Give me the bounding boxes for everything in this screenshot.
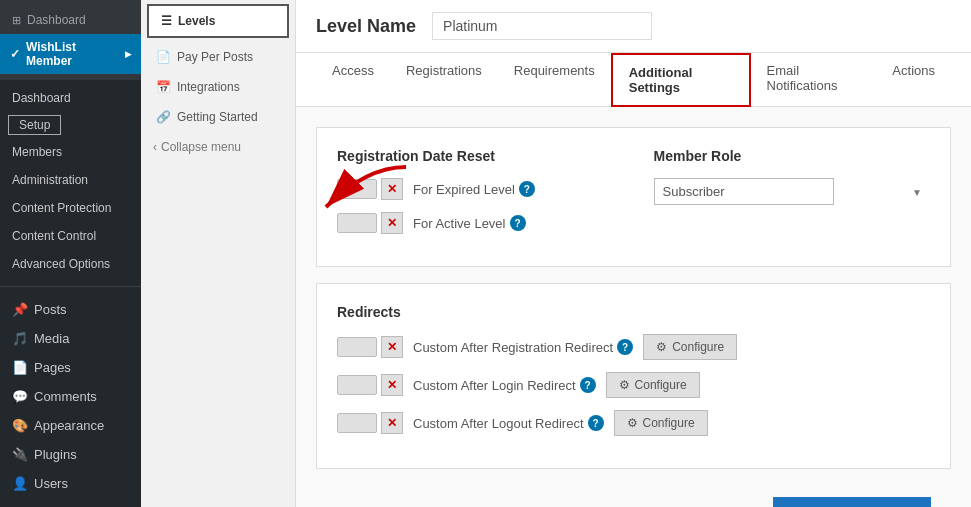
logout-redirect-help-icon[interactable]: ? xyxy=(588,415,604,431)
reg-redirect-toggle-x[interactable]: ✕ xyxy=(381,336,403,358)
pay-per-posts-icon: 📄 xyxy=(156,50,171,64)
sub-sidebar-item-integrations[interactable]: 📅 Integrations xyxy=(141,72,295,102)
sub-sidebar-item-levels[interactable]: ☰ Levels xyxy=(147,4,289,38)
main-body: Registration Date Reset ✕ For Expired Le… xyxy=(296,107,971,507)
logout-redirect-toggle-x[interactable]: ✕ xyxy=(381,412,403,434)
plugins-icon: 🔌 xyxy=(12,447,28,462)
tab-actions[interactable]: Actions xyxy=(876,53,951,107)
login-redirect-help-icon[interactable]: ? xyxy=(580,377,596,393)
registration-redirect-row: ✕ Custom After Registration Redirect ? ⚙… xyxy=(337,334,930,360)
expired-toggle-x[interactable]: ✕ xyxy=(381,178,403,200)
reg-redirect-help-icon[interactable]: ? xyxy=(617,339,633,355)
levels-icon: ☰ xyxy=(161,14,172,28)
main-header: Level Name xyxy=(296,0,971,53)
bottom-bar: ☰ Return to Levels xyxy=(316,485,951,507)
member-role-select-wrapper: Subscriber Editor Author Contributor Adm… xyxy=(654,178,931,205)
sidebar-item-advanced-options[interactable]: Advanced Options xyxy=(0,250,141,278)
redirects-section: Redirects ✕ Custom After Registration Re… xyxy=(316,283,951,469)
comments-icon: 💬 xyxy=(12,389,28,404)
login-redirect-toggle-container: ✕ xyxy=(337,374,403,396)
logout-redirect-label: Custom After Logout Redirect ? xyxy=(413,415,604,431)
logout-redirect-toggle-container: ✕ xyxy=(337,412,403,434)
configure-gear-icon-2: ⚙ xyxy=(619,378,630,392)
sidebar-item-comments[interactable]: 💬 Comments xyxy=(0,382,141,411)
sidebar-item-dashboard-top[interactable]: ⊞ Dashboard xyxy=(0,6,141,34)
users-icon: 👤 xyxy=(12,476,28,491)
active-help-icon[interactable]: ? xyxy=(510,215,526,231)
pages-icon: 📄 xyxy=(12,360,28,375)
collapse-menu[interactable]: ‹ Collapse menu xyxy=(141,132,295,162)
sidebar-item-dashboard[interactable]: Dashboard xyxy=(0,84,141,112)
posts-icon: 📌 xyxy=(12,302,28,317)
reg-redirect-toggle-container: ✕ xyxy=(337,336,403,358)
configure-gear-icon-3: ⚙ xyxy=(627,416,638,430)
expired-toggle[interactable] xyxy=(337,179,377,199)
sidebar-item-content-control[interactable]: Content Control xyxy=(0,222,141,250)
sub-sidebar-item-getting-started[interactable]: 🔗 Getting Started xyxy=(141,102,295,132)
expired-level-row: ✕ For Expired Level ? xyxy=(337,178,614,200)
member-role-col: Member Role Subscriber Editor Author Con… xyxy=(654,148,931,246)
chevron-left-icon: ‹ xyxy=(153,140,157,154)
member-role-title: Member Role xyxy=(654,148,931,164)
login-redirect-configure-btn[interactable]: ⚙ Configure xyxy=(606,372,700,398)
appearance-icon: 🎨 xyxy=(12,418,28,433)
tab-additional-settings[interactable]: Additional Settings xyxy=(611,53,751,107)
expired-help-icon[interactable]: ? xyxy=(519,181,535,197)
plugin-header: ✓ WishList Member ▸ xyxy=(0,34,141,74)
sidebar-item-pages[interactable]: 📄 Pages xyxy=(0,353,141,382)
sidebar-item-users[interactable]: 👤 Users xyxy=(0,469,141,498)
registration-col: Registration Date Reset ✕ For Expired Le… xyxy=(337,148,614,246)
active-toggle-container: ✕ xyxy=(337,212,403,234)
active-toggle[interactable] xyxy=(337,213,377,233)
sidebar-item-content-protection[interactable]: Content Protection xyxy=(0,194,141,222)
redirects-title: Redirects xyxy=(337,304,930,320)
main-content: Level Name Access Registrations Requirem… xyxy=(296,0,971,507)
registration-section: Registration Date Reset ✕ For Expired Le… xyxy=(316,127,951,267)
sub-sidebar: ☰ Levels 📄 Pay Per Posts 📅 Integrations … xyxy=(141,0,296,507)
active-level-row: ✕ For Active Level ? xyxy=(337,212,614,234)
expired-label: For Expired Level ? xyxy=(413,181,535,197)
sidebar-item-appearance[interactable]: 🎨 Appearance xyxy=(0,411,141,440)
main-sidebar: ⊞ Dashboard ✓ WishList Member ▸ Dashboar… xyxy=(0,0,141,507)
reg-redirect-label: Custom After Registration Redirect ? xyxy=(413,339,633,355)
registration-title: Registration Date Reset xyxy=(337,148,614,164)
media-icon: 🎵 xyxy=(12,331,28,346)
active-label: For Active Level ? xyxy=(413,215,526,231)
sub-sidebar-item-pay-per-posts[interactable]: 📄 Pay Per Posts xyxy=(141,42,295,72)
check-icon: ✓ xyxy=(10,47,20,61)
sidebar-item-members[interactable]: Members xyxy=(0,138,141,166)
login-redirect-label: Custom After Login Redirect ? xyxy=(413,377,596,393)
logout-redirect-toggle[interactable] xyxy=(337,413,377,433)
member-role-select[interactable]: Subscriber Editor Author Contributor Adm… xyxy=(654,178,834,205)
setup-bordered-item[interactable]: Setup xyxy=(8,115,61,135)
tab-registrations[interactable]: Registrations xyxy=(390,53,498,107)
reg-redirect-toggle[interactable] xyxy=(337,337,377,357)
sidebar-item-media[interactable]: 🎵 Media xyxy=(0,324,141,353)
login-redirect-toggle-x[interactable]: ✕ xyxy=(381,374,403,396)
expired-toggle-container: ✕ xyxy=(337,178,403,200)
return-to-levels-button[interactable]: ☰ Return to Levels xyxy=(773,497,931,507)
level-name-input[interactable] xyxy=(432,12,652,40)
two-col-layout: Registration Date Reset ✕ For Expired Le… xyxy=(337,148,930,246)
active-toggle-x[interactable]: ✕ xyxy=(381,212,403,234)
tab-email-notifications[interactable]: Email Notifications xyxy=(751,53,877,107)
tab-access[interactable]: Access xyxy=(316,53,390,107)
sidebar-item-plugins[interactable]: 🔌 Plugins xyxy=(0,440,141,469)
logout-redirect-row: ✕ Custom After Logout Redirect ? ⚙ Confi… xyxy=(337,410,930,436)
sidebar-item-administration[interactable]: Administration xyxy=(0,166,141,194)
configure-gear-icon-1: ⚙ xyxy=(656,340,667,354)
login-redirect-toggle[interactable] xyxy=(337,375,377,395)
tab-requirements[interactable]: Requirements xyxy=(498,53,611,107)
arrow-icon: ▸ xyxy=(125,47,131,61)
logout-redirect-configure-btn[interactable]: ⚙ Configure xyxy=(614,410,708,436)
tabs-bar: Access Registrations Requirements Additi… xyxy=(296,53,971,107)
dashboard-icon: ⊞ xyxy=(12,14,21,27)
sidebar-item-posts[interactable]: 📌 Posts xyxy=(0,295,141,324)
login-redirect-row: ✕ Custom After Login Redirect ? ⚙ Config… xyxy=(337,372,930,398)
getting-started-icon: 🔗 xyxy=(156,110,171,124)
integrations-icon: 📅 xyxy=(156,80,171,94)
level-name-label: Level Name xyxy=(316,16,416,37)
reg-redirect-configure-btn[interactable]: ⚙ Configure xyxy=(643,334,737,360)
